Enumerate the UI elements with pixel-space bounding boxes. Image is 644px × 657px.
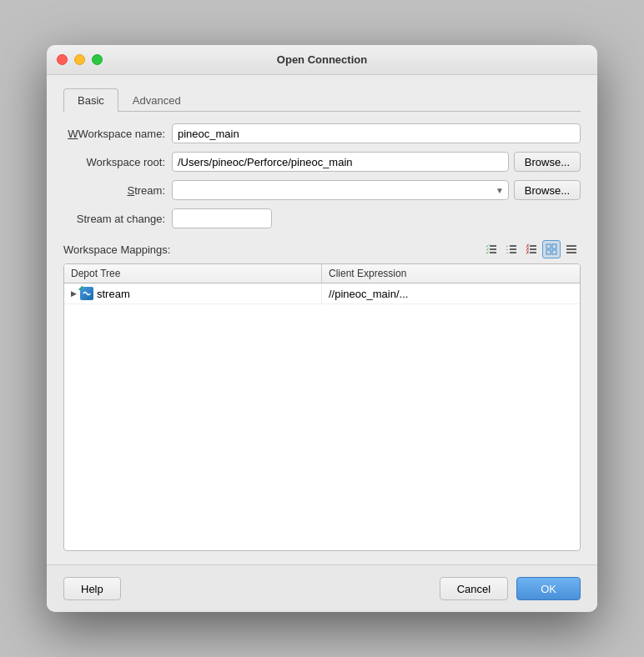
x-list-icon: ✗ ✗ ✗ bbox=[525, 243, 538, 255]
stream-icon-wrapper: ✓ bbox=[80, 287, 93, 300]
stream-label: Stream: bbox=[63, 184, 172, 197]
check-mark-icon: ✓ bbox=[78, 284, 84, 293]
tab-basic[interactable]: Basic bbox=[63, 88, 118, 112]
window-controls bbox=[57, 54, 103, 65]
stream-at-change-label: Stream at change: bbox=[63, 213, 172, 225]
depot-tree-column-header: Depot Tree bbox=[64, 264, 322, 283]
check-list-icon: ✓ ✓ ✓ bbox=[485, 243, 498, 255]
svg-rect-20 bbox=[546, 250, 551, 254]
form-section: WWorkspace name: Workspace root: Browse.… bbox=[63, 123, 581, 228]
grid-icon-button[interactable] bbox=[542, 240, 561, 258]
mappings-toolbar: ✓ ✓ ✓ - - - bbox=[482, 240, 581, 258]
x-list-icon-button[interactable]: ✗ ✗ ✗ bbox=[522, 240, 541, 258]
footer-actions: Cancel OK bbox=[440, 577, 581, 600]
close-button[interactable] bbox=[57, 54, 68, 65]
table-row[interactable]: ▶ ✓ stream //pineoc_main/... bbox=[64, 283, 580, 304]
tree-table-header: Depot Tree Client Expression bbox=[64, 264, 580, 283]
depot-tree-table: Depot Tree Client Expression ▶ ✓ stream bbox=[63, 263, 581, 551]
svg-rect-18 bbox=[546, 244, 551, 248]
client-expression-cell: //pineoc_main/... bbox=[322, 284, 580, 303]
cancel-button[interactable]: Cancel bbox=[440, 577, 508, 600]
stream-at-change-input[interactable] bbox=[172, 208, 272, 228]
tab-advanced[interactable]: Advanced bbox=[118, 88, 195, 112]
stream-row: Stream: ▼ Browse... bbox=[63, 180, 581, 200]
workspace-root-label: Workspace root: bbox=[63, 156, 172, 168]
workspace-root-input[interactable] bbox=[172, 152, 509, 172]
workspace-root-row: Workspace root: Browse... bbox=[63, 152, 581, 172]
svg-rect-19 bbox=[552, 244, 556, 248]
dash-list-icon: - - - bbox=[505, 243, 518, 255]
window-title: Open Connection bbox=[277, 53, 367, 66]
workspace-name-input[interactable] bbox=[172, 123, 581, 143]
workspace-mappings-row: Workspace Mappings: ✓ ✓ ✓ bbox=[63, 240, 581, 258]
dash-list-icon-button[interactable]: - - - bbox=[502, 240, 521, 258]
workspace-root-browse-button[interactable]: Browse... bbox=[514, 152, 581, 172]
footer: Help Cancel OK bbox=[47, 564, 597, 612]
expand-arrow-icon[interactable]: ▶ bbox=[71, 289, 77, 298]
check-list-icon-button[interactable]: ✓ ✓ ✓ bbox=[482, 240, 501, 258]
workspace-name-label: WWorkspace name: bbox=[63, 128, 172, 140]
list-icon-button[interactable] bbox=[562, 240, 581, 258]
titlebar: Open Connection bbox=[47, 45, 597, 75]
maximize-button[interactable] bbox=[92, 54, 103, 65]
svg-rect-21 bbox=[552, 250, 556, 254]
stream-browse-button[interactable]: Browse... bbox=[514, 180, 581, 200]
depot-tree-cell: ▶ ✓ stream bbox=[64, 283, 322, 303]
client-expression-column-header: Client Expression bbox=[322, 264, 580, 283]
help-button[interactable]: Help bbox=[63, 577, 121, 600]
minimize-button[interactable] bbox=[74, 54, 85, 65]
stream-at-change-row: Stream at change: bbox=[63, 208, 581, 228]
content-area: Basic Advanced WWorkspace name: Workspac… bbox=[47, 75, 597, 564]
stream-name: stream bbox=[97, 288, 130, 300]
svg-text:✓: ✓ bbox=[486, 250, 490, 255]
workspace-name-row: WWorkspace name: bbox=[63, 123, 581, 143]
svg-text:✗: ✗ bbox=[526, 250, 530, 255]
ok-button[interactable]: OK bbox=[516, 577, 581, 600]
svg-text:-: - bbox=[506, 248, 509, 255]
list-icon bbox=[565, 243, 578, 255]
grid-icon bbox=[545, 243, 558, 255]
main-window: Open Connection Basic Advanced WWorkspac… bbox=[47, 45, 597, 612]
workspace-mappings-label: Workspace Mappings: bbox=[63, 243, 177, 256]
tab-bar: Basic Advanced bbox=[63, 88, 581, 112]
stream-select[interactable] bbox=[172, 180, 509, 200]
